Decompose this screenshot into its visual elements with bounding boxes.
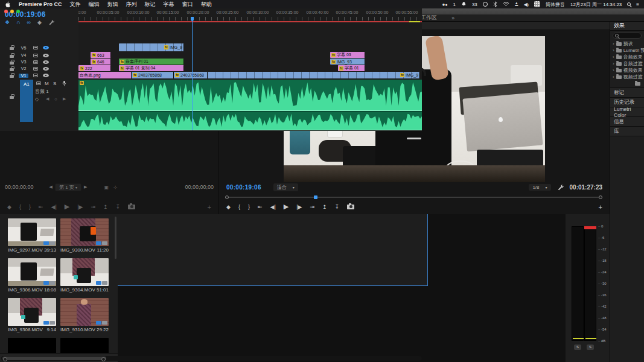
audio-clip[interactable]: fx bbox=[78, 80, 422, 130]
effects-tree-item[interactable]: › 视频过渡 bbox=[610, 74, 644, 80]
timeline-clip[interactable]: fx IMG_9 bbox=[208, 72, 420, 78]
track-lock-icon[interactable] bbox=[10, 66, 14, 71]
timeline-clip[interactable]: fx 646 bbox=[91, 59, 111, 65]
sync-lock-icon[interactable] bbox=[36, 81, 41, 85]
page-dropdown[interactable]: 第 1 页 ▾ bbox=[55, 183, 81, 191]
snap-toggle-icon[interactable]: ∩ bbox=[16, 19, 20, 25]
new-custom-bin-icon[interactable] bbox=[635, 82, 640, 86]
project-clip[interactable]: IMG_9306.MOV18:08 bbox=[8, 258, 56, 293]
safe-margins-icon[interactable]: ⊹ bbox=[113, 185, 118, 190]
sync-lock-icon[interactable] bbox=[33, 46, 38, 49]
track-output-eye-icon[interactable] bbox=[43, 74, 49, 77]
export-frame-icon[interactable] bbox=[347, 205, 354, 209]
timeline-clip[interactable]: fx 222 bbox=[78, 65, 111, 71]
track-name[interactable]: V1 bbox=[19, 74, 28, 78]
chevron-right-icon[interactable]: › bbox=[613, 41, 614, 46]
menubar-item[interactable]: 帮助 bbox=[201, 1, 212, 8]
track-lock-icon[interactable] bbox=[10, 45, 14, 50]
track-lock-icon[interactable] bbox=[10, 60, 14, 65]
program-scrubber[interactable] bbox=[225, 195, 602, 199]
keyframe-dot-icon[interactable]: ○ bbox=[54, 97, 57, 102]
track-output-eye-icon[interactable] bbox=[43, 54, 49, 57]
stacked-panel-tab[interactable]: 标记 bbox=[610, 88, 644, 98]
menubar-item[interactable]: 标记 bbox=[145, 1, 156, 8]
bell-icon[interactable] bbox=[461, 1, 467, 7]
chevron-right-icon[interactable]: › bbox=[613, 54, 614, 60]
effects-tab[interactable]: 效果 bbox=[614, 22, 625, 30]
timeline-horizontal-scrollbar[interactable] bbox=[1, 356, 422, 361]
timeline-clip[interactable]: fx 嵌套序列 01 bbox=[119, 59, 184, 65]
screen-record-icon[interactable] bbox=[483, 2, 488, 7]
effects-tree-item[interactable]: › 视频效果 bbox=[610, 67, 644, 74]
play-button[interactable]: ▶ bbox=[284, 203, 289, 211]
goto-out-icon[interactable]: ⇥ bbox=[310, 204, 315, 210]
mute-button[interactable]: M bbox=[45, 81, 49, 86]
add-marker-icon[interactable]: ◆ bbox=[37, 19, 42, 25]
timeline-clip[interactable]: fx IMG_93 bbox=[330, 59, 365, 65]
add-keyframe-icon[interactable]: ◇ bbox=[35, 97, 39, 102]
project-scrollbar[interactable] bbox=[115, 217, 116, 259]
track-name[interactable]: V4 bbox=[19, 53, 28, 57]
eject-icon[interactable]: ▲▬ bbox=[515, 2, 518, 6]
play-icon[interactable]: ▶ bbox=[65, 203, 69, 211]
menubar-item[interactable]: 文件 bbox=[70, 1, 81, 8]
menubar-item[interactable]: 编辑 bbox=[89, 1, 100, 8]
spotlight-search-icon[interactable] bbox=[627, 2, 631, 6]
track-output-eye-icon[interactable] bbox=[43, 60, 49, 64]
add-marker-icon[interactable]: ◆ bbox=[7, 204, 11, 210]
scrubber-track[interactable] bbox=[225, 197, 602, 198]
mark-in-icon[interactable]: { bbox=[19, 204, 21, 210]
track-lock-icon[interactable] bbox=[10, 73, 14, 78]
menubar-item[interactable]: 剪辑 bbox=[107, 1, 118, 8]
menubar-clock[interactable]: 12月23日 周一 14:34:23 bbox=[570, 1, 622, 8]
effects-tree-item[interactable]: › Lumetri 预设 bbox=[610, 47, 644, 54]
solo-right-button[interactable]: S bbox=[587, 345, 594, 350]
wifi-icon[interactable] bbox=[503, 2, 509, 7]
stacked-panel-tab[interactable]: 库 bbox=[610, 127, 644, 136]
close-window-button[interactable] bbox=[4, 10, 8, 13]
scrubber-start-handle[interactable] bbox=[225, 195, 229, 199]
timeline-settings-icon[interactable] bbox=[48, 19, 54, 25]
timeline-clip[interactable]: fx 663 bbox=[91, 52, 111, 58]
linked-selection-icon[interactable]: ∞ bbox=[27, 19, 31, 25]
timeline-clip[interactable]: fx 白色底.png bbox=[78, 72, 132, 78]
track-output-eye-icon[interactable] bbox=[43, 46, 49, 49]
mark-out-icon[interactable]: } bbox=[248, 204, 250, 210]
stacked-panel-tab[interactable]: 信息 bbox=[610, 117, 644, 127]
program-timecode[interactable]: 00:00:19:06 bbox=[226, 184, 261, 191]
extract-icon[interactable]: ↧ bbox=[335, 204, 340, 210]
notification-center-icon[interactable]: ≡ bbox=[636, 2, 639, 7]
input-method-icon[interactable] bbox=[534, 1, 540, 7]
app-menu-title[interactable]: Premiere Pro CC bbox=[19, 1, 62, 7]
add-marker-icon[interactable]: ◆ bbox=[226, 204, 231, 210]
prev-page-icon[interactable]: ◀ bbox=[49, 185, 53, 189]
chevron-right-icon[interactable]: › bbox=[613, 48, 614, 53]
voiceover-record-icon[interactable] bbox=[62, 80, 67, 87]
effects-tree-item[interactable]: › 预设 bbox=[610, 40, 644, 47]
timeline-clip[interactable]: fx 字幕 03 bbox=[330, 52, 365, 58]
chevron-right-icon[interactable]: › bbox=[613, 68, 614, 73]
workspace-overflow-button[interactable]: » bbox=[451, 15, 454, 21]
project-clip[interactable]: IMG_9308.MOV9:14 bbox=[8, 298, 56, 332]
solo-left-button[interactable]: S bbox=[574, 345, 581, 350]
mark-out-icon[interactable]: } bbox=[29, 204, 31, 210]
timeline-clip[interactable]: fx IMG_9 bbox=[119, 43, 184, 51]
scrubber-end-handle[interactable] bbox=[599, 195, 602, 199]
video-track-header[interactable]: V3 bbox=[0, 59, 78, 65]
sync-lock-icon[interactable] bbox=[33, 67, 38, 71]
export-frame-icon[interactable] bbox=[128, 205, 135, 209]
goto-out-icon[interactable]: ⇥ bbox=[91, 204, 96, 210]
step-back-icon[interactable]: ◀| bbox=[51, 204, 57, 210]
scrollbar-thumb[interactable] bbox=[2, 357, 106, 360]
menubar-item[interactable]: 序列 bbox=[126, 1, 137, 8]
track-lock-icon[interactable] bbox=[10, 94, 14, 99]
zoom-window-button[interactable] bbox=[16, 10, 20, 13]
sync-lock-icon[interactable] bbox=[33, 74, 38, 77]
track-output-eye-icon[interactable] bbox=[43, 67, 49, 71]
goto-in-icon[interactable]: ⇤ bbox=[258, 204, 263, 210]
audio-track-header[interactable]: M S 音频 1 ◇ ◀ ○ ▶ bbox=[0, 80, 78, 130]
chevron-right-icon[interactable]: › bbox=[613, 74, 614, 80]
button-editor-icon[interactable]: + bbox=[208, 203, 211, 211]
chat-icon[interactable]: ●● bbox=[442, 2, 447, 7]
audio-track-name-box[interactable]: A1 bbox=[20, 80, 33, 122]
